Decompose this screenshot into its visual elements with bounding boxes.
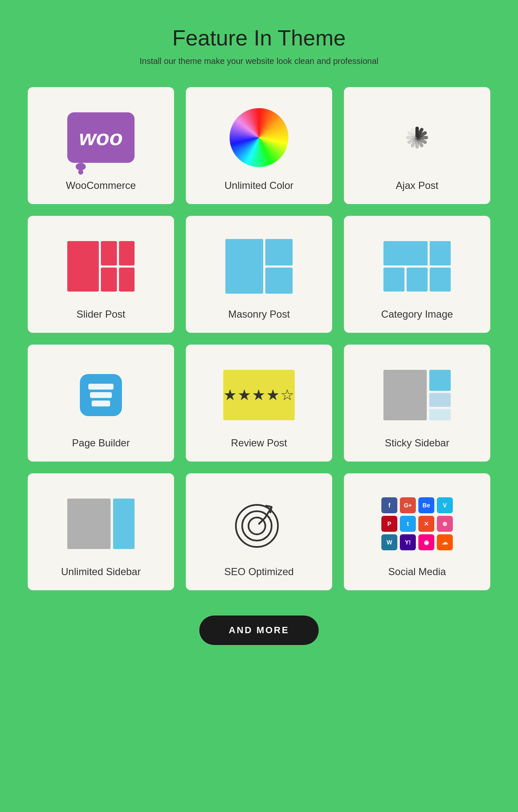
feature-card-sticky-sidebar: Sticky Sidebar [344,345,490,462]
feature-card-unlimited-sidebar: Unlimited Sidebar [28,473,174,590]
woocommerce-icon: woo [67,104,135,171]
feature-card-ajax-post: Ajax Post [344,87,490,204]
stumble-icon: ✕ [418,516,434,532]
review-post-label: Review Post [231,437,287,449]
feature-card-social-media: f G+ Be V P t ✕ ⊕ W Y! ◉ ☁ Social Media [344,473,490,590]
page-subtitle: Install our theme make your website look… [140,56,378,66]
page-builder-icon [67,361,135,429]
vimeo-icon: V [437,497,453,513]
dribbble-icon: ⊕ [437,516,453,532]
flickr-icon: ◉ [418,534,434,550]
woocommerce-label: WooCommerce [66,180,136,191]
feature-card-seo-optimized: SEO Optimized [186,473,332,590]
masonry-post-icon [225,233,293,300]
facebook-icon: f [381,497,397,513]
ajax-post-label: Ajax Post [396,180,438,191]
wordpress-icon: W [381,534,397,550]
slider-post-label: Slider Post [77,308,125,320]
behance-icon: Be [418,497,434,513]
feature-card-slider-post: Slider Post [28,216,174,333]
feature-card-unlimited-color: Unlimited Color [186,87,332,204]
feature-card-masonry-post: Masonry Post [186,216,332,333]
masonry-post-label: Masonry Post [228,308,290,320]
unlimited-sidebar-icon [67,490,135,557]
and-more-button[interactable]: AND MORE [199,616,319,645]
feature-card-woocommerce: woo WooCommerce [28,87,174,204]
feature-card-review-post: ★★★★☆ Review Post [186,345,332,462]
unlimited-color-icon [225,104,293,171]
sticky-sidebar-label: Sticky Sidebar [385,437,449,449]
category-image-label: Category Image [381,308,453,320]
soundcloud-icon: ☁ [437,534,453,550]
features-grid: woo WooCommerce Unlimited Color [28,87,490,590]
sticky-sidebar-icon [383,361,451,429]
pinterest-icon: P [381,516,397,532]
yahoo-icon: Y! [400,534,416,550]
page-header: Feature In Theme Install our theme make … [140,25,378,66]
social-media-icon: f G+ Be V P t ✕ ⊕ W Y! ◉ ☁ [383,490,451,557]
unlimited-color-label: Unlimited Color [225,180,293,191]
feature-card-category-image: Category Image [344,216,490,333]
ajax-post-icon [383,104,451,171]
twitter-icon: t [400,516,416,532]
review-post-icon: ★★★★☆ [225,361,293,429]
seo-optimized-label: SEO Optimized [224,566,293,578]
page-title: Feature In Theme [140,25,378,50]
unlimited-sidebar-label: Unlimited Sidebar [61,566,140,578]
feature-card-page-builder: Page Builder [28,345,174,462]
page-builder-label: Page Builder [72,437,130,449]
category-image-icon [383,233,451,300]
social-media-label: Social Media [388,566,446,578]
google-icon: G+ [400,497,416,513]
slider-post-icon [67,233,135,300]
seo-optimized-icon [225,490,293,557]
target-svg [232,496,286,551]
